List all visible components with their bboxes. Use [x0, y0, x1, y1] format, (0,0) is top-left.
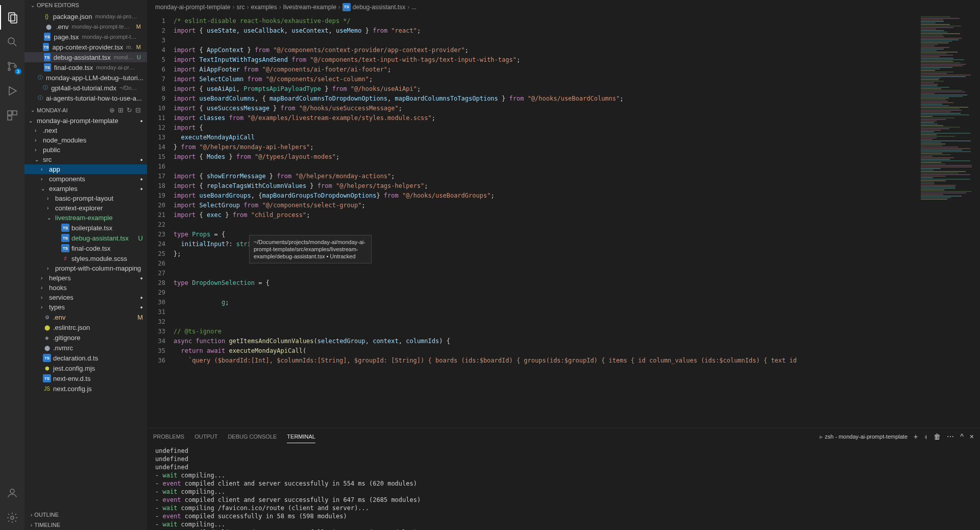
run-debug-icon[interactable] [0, 79, 24, 103]
tree-file[interactable]: TSfinal-code.tsx [24, 243, 147, 253]
chevron-icon: ⌄ [41, 186, 47, 191]
open-editor-item[interactable]: × TS debug-assistant.tsx monday... U [24, 52, 147, 62]
new-terminal-icon[interactable]: + [914, 432, 918, 441]
tree-folder[interactable]: ›prompt-with-column-mapping [24, 263, 147, 273]
tree-folder[interactable]: ›context-explorer [24, 203, 147, 213]
tree-item-label: debug-assistant.tsx [71, 234, 129, 242]
terminal-icon: ▹ [820, 433, 823, 440]
tree-file[interactable]: ⚙.envM [24, 312, 147, 322]
tree-file[interactable]: ⬢jest.config.mjs [24, 363, 147, 373]
more-actions-icon[interactable]: ⋯ [947, 432, 954, 441]
breadcrumb-item[interactable]: livestream-example [283, 4, 336, 11]
svg-rect-0 [9, 13, 15, 21]
tree-folder[interactable]: ›hooks [24, 283, 147, 293]
open-editor-item[interactable]: TS app-context-provider.tsx m... M [24, 42, 147, 52]
tree-item-label: next-env.d.ts [53, 375, 90, 382]
accounts-icon[interactable] [0, 481, 24, 505]
open-editors-header[interactable]: ⌄ OPEN EDITORS [24, 0, 147, 10]
terminal-label[interactable]: ▹ zsh - monday-ai-prompt-template [820, 433, 908, 440]
tree-file[interactable]: TSboilerplate.tsx [24, 223, 147, 233]
tree-folder[interactable]: ›services● [24, 293, 147, 302]
file-icon: ⚙ [43, 313, 51, 321]
outline-header[interactable]: › OUTLINE [24, 510, 147, 520]
tree-folder[interactable]: ›basic-prompt-layout [24, 194, 147, 203]
minimap[interactable] [919, 14, 980, 428]
tree-folder[interactable]: ⌄monday-ai-prompt-template● [24, 116, 147, 126]
gutter: 1234567891011121314151617181920212223242… [147, 14, 172, 428]
chevron-icon: › [41, 275, 47, 281]
svg-rect-1 [11, 15, 17, 23]
close-panel-icon[interactable]: × [970, 432, 974, 441]
source-control-icon[interactable]: 3 [0, 54, 24, 79]
settings-icon[interactable] [0, 505, 24, 530]
tree-folder[interactable]: ›public [24, 145, 147, 155]
new-file-icon[interactable]: ⊕ [109, 106, 115, 114]
split-terminal-icon[interactable]: ⫞ [924, 432, 927, 441]
file-name: package.json [53, 13, 92, 20]
tree-file[interactable]: JSnext.config.js [24, 383, 147, 394]
tree-item-label: hooks [49, 284, 67, 292]
panel-tab[interactable]: PROBLEMS [153, 430, 184, 443]
svg-rect-10 [8, 116, 12, 120]
breadcrumb-item[interactable]: TS debug-assistant.tsx [342, 3, 405, 11]
file-icon: TS [61, 244, 69, 252]
project-header[interactable]: ⌄ MONDAY-AI ⊕ ⊞ ↻ ⊟ [24, 104, 147, 116]
tree-file[interactable]: #styles.module.scss [24, 253, 147, 263]
open-editor-item[interactable]: TS final-code.tsx monday-ai-promp... [24, 62, 147, 73]
tree-folder[interactable]: ›types● [24, 302, 147, 312]
maximize-panel-icon[interactable]: ^ [960, 432, 964, 441]
open-editor-item[interactable]: ⓘ gpt4all-sd-tutorial.mdx ~/Docum... [24, 83, 147, 93]
file-name: .env [56, 23, 69, 31]
kill-terminal-icon[interactable]: 🗑 [934, 432, 941, 441]
tree-file[interactable]: ⬤.eslintrc.json [24, 322, 147, 332]
open-editor-item[interactable]: ⓘ monday-app-LLM-debug--tutori... [24, 73, 147, 83]
tree-folder[interactable]: ⌄src● [24, 155, 147, 164]
file-icon: ⓘ [38, 74, 43, 82]
tree-file[interactable]: TSdebug-assistant.tsxU [24, 233, 147, 243]
refresh-icon[interactable]: ↻ [127, 106, 132, 114]
tree-file[interactable]: ◈.gitignore [24, 332, 147, 343]
tree-folder[interactable]: ›.next [24, 126, 147, 135]
sidebar: ⌄ OPEN EDITORS {} package.json monday-ai… [24, 0, 147, 530]
file-status: U [137, 54, 143, 60]
code-editor[interactable]: /* eslint-disable react-hooks/exhaustive… [172, 14, 919, 428]
tree-item-label: .next [43, 127, 57, 134]
svg-point-4 [8, 62, 10, 64]
open-editor-item[interactable]: {} package.json monday-ai-prompt-t... [24, 11, 147, 21]
tree-folder[interactable]: ›app [24, 164, 147, 174]
file-icon: TS [342, 3, 351, 11]
breadcrumb-item[interactable]: monday-ai-prompt-template [155, 4, 230, 11]
open-editor-item[interactable]: ⓘ ai-agents-tutorial-how-to-use-a... [24, 93, 147, 103]
panel-tab[interactable]: OUTPUT [194, 430, 217, 443]
tree-folder[interactable]: ›components● [24, 174, 147, 184]
file-status: ● [140, 305, 143, 310]
explorer-icon[interactable] [0, 5, 24, 30]
timeline-header[interactable]: › TIMELINE [24, 520, 147, 530]
breadcrumb-item[interactable]: src [236, 4, 244, 11]
tree-item-label: final-code.tsx [71, 245, 111, 252]
tree-folder[interactable]: ⌄examples● [24, 184, 147, 194]
chevron-icon: › [47, 266, 53, 271]
tree-item-label: src [43, 156, 52, 163]
open-editor-item[interactable]: TS page.tsx monday-ai-prompt-templ... [24, 32, 147, 42]
tree-folder[interactable]: ›helpers● [24, 273, 147, 283]
breadcrumb-item[interactable]: ... [411, 4, 416, 11]
open-editor-item[interactable]: ⬤ .env monday-ai-prompt-tem... M [24, 21, 147, 32]
search-icon[interactable] [0, 30, 24, 54]
tree-file[interactable]: TSnext-env.d.ts [24, 373, 147, 383]
extensions-icon[interactable] [0, 103, 24, 128]
breadcrumb-item[interactable]: examples [251, 4, 277, 11]
terminal-output[interactable]: undefinedundefinedundefined- wait compil… [147, 445, 980, 530]
tree-file[interactable]: TSdeclaration.d.ts [24, 353, 147, 363]
outline-label: OUTLINE [34, 512, 59, 518]
tree-file[interactable]: ⬤.nvmrc [24, 343, 147, 353]
tree-item-label: next.config.js [53, 385, 92, 393]
tree-folder[interactable]: ⌄livestream-example [24, 213, 147, 223]
panel-tab[interactable]: TERMINAL [287, 430, 315, 443]
collapse-icon[interactable]: ⊟ [135, 106, 141, 114]
breadcrumbs[interactable]: monday-ai-prompt-template›src›examples›l… [147, 0, 980, 14]
panel-tab[interactable]: DEBUG CONSOLE [228, 430, 277, 443]
tree-folder[interactable]: ›node_modules [24, 135, 147, 145]
new-folder-icon[interactable]: ⊞ [118, 106, 124, 114]
main-area: monday-ai-prompt-template›src›examples›l… [147, 0, 980, 530]
